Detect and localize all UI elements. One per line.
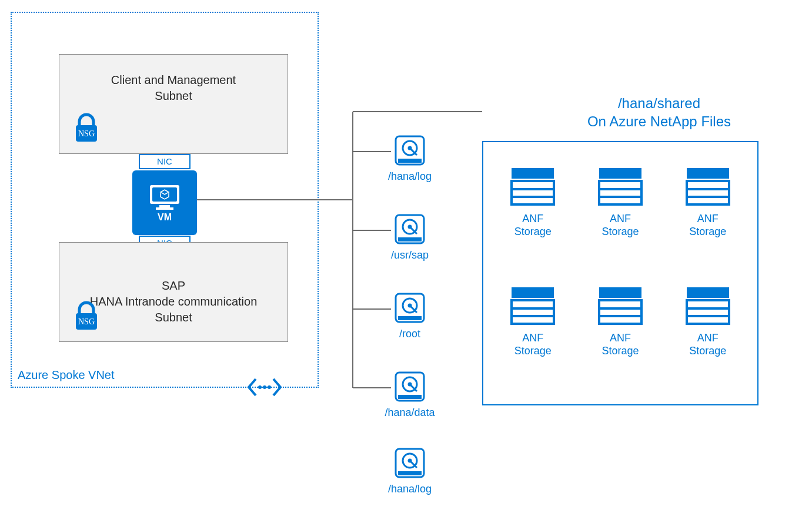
anf-storage-label: ANFStorage [597,213,644,238]
anf-storage-label: ANFStorage [509,332,556,357]
anf-storage-item: ANFStorage [597,285,644,357]
svg-rect-29 [398,471,422,475]
azure-spoke-vnet: Azure Spoke VNet Client and ManagementSu… [11,12,319,388]
disk-icon: /hana/log [383,447,436,495]
svg-rect-13 [398,159,422,163]
disk-icon: /usr/sap [383,213,436,261]
disk-icon: /root [383,291,436,340]
nsg-icon: NSG [69,298,104,333]
svg-rect-47 [599,300,641,324]
anf-storage-label: ANFStorage [597,332,644,357]
vnet-peering-icon [247,373,282,401]
svg-rect-39 [687,181,729,204]
hana-intranode-subnet: SAPHANA Intranode communicationSubnet NS… [59,242,288,342]
anf-storage-panel: ANFStorage ANFStorage ANFStorage ANFStor… [482,141,758,405]
anf-storage-label: ANFStorage [684,213,731,238]
client-management-subnet: Client and ManagementSubnet NSG [59,54,288,154]
disk-label: /hana/log [383,170,436,183]
svg-rect-46 [599,287,641,298]
svg-rect-30 [512,168,554,179]
svg-point-9 [268,385,271,389]
storage-title: /hana/shared On Azure NetApp Files [559,94,759,130]
svg-text:NSG: NSG [78,317,95,326]
anf-storage-item: ANFStorage [597,166,644,238]
svg-rect-35 [599,181,641,204]
nic-badge-top: NIC [139,154,191,169]
svg-rect-21 [398,316,422,320]
disk-icon: /hana/data [383,370,436,419]
disk-label: /hana/data [383,407,436,419]
svg-point-7 [258,385,262,389]
anf-storage-item: ANFStorage [684,166,731,238]
subnet-label-top: Client and ManagementSubnet [59,72,288,104]
disk-label: /usr/sap [383,249,436,261]
svg-rect-17 [398,237,422,241]
svg-rect-3 [159,205,170,207]
svg-rect-50 [687,287,729,298]
anf-storage-label: ANFStorage [509,213,556,238]
anf-storage-label: ANFStorage [684,332,731,357]
svg-point-8 [263,385,266,389]
anf-storage-item: ANFStorage [509,285,556,357]
svg-rect-43 [512,300,554,324]
anf-storage-item: ANFStorage [509,166,556,238]
svg-rect-25 [398,395,422,399]
disk-icon: /hana/log [383,134,436,183]
disk-label: /root [383,328,436,340]
nsg-icon: NSG [69,110,104,145]
anf-storage-item: ANFStorage [684,285,731,357]
vm-label: VM [158,212,172,223]
svg-rect-31 [512,181,554,204]
storage-title-line2: On Azure NetApp Files [559,112,759,130]
vm-icon: VM [132,170,197,235]
svg-rect-42 [512,287,554,298]
vnet-label: Azure Spoke VNet [18,368,115,382]
nsg-text: NSG [78,129,95,138]
svg-rect-34 [599,168,641,179]
svg-rect-51 [687,300,729,324]
storage-title-line1: /hana/shared [559,94,759,112]
disk-label: /hana/log [383,483,436,495]
svg-rect-38 [687,168,729,179]
svg-rect-4 [156,207,173,210]
